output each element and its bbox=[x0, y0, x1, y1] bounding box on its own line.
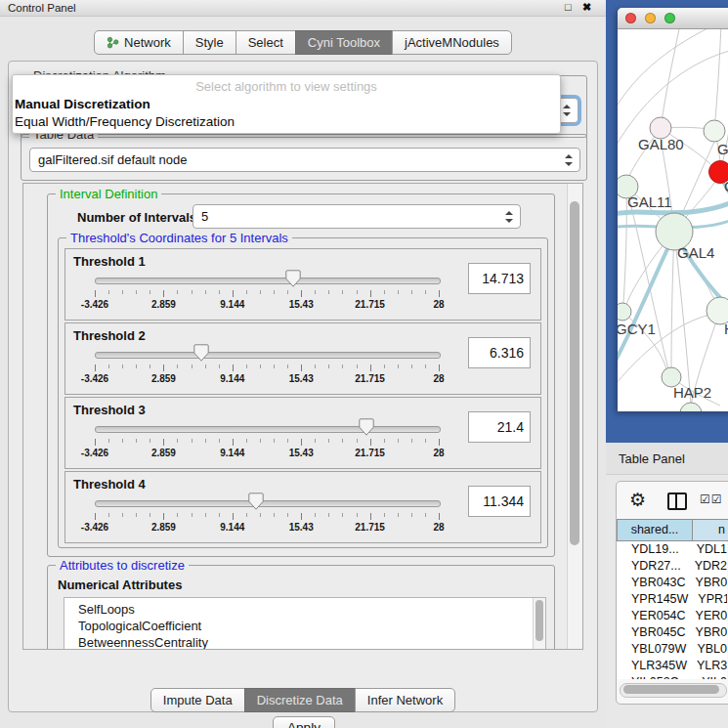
cell-name: YIL0 bbox=[692, 674, 727, 679]
cyni-toolbox-panel: Discretization Algorithm Table Data galF… bbox=[8, 61, 598, 712]
tab-discretize-data[interactable]: Discretize Data bbox=[244, 688, 356, 712]
attribute-item[interactable]: TopologicalCoefficient bbox=[64, 618, 545, 634]
threshold-value-input[interactable] bbox=[468, 486, 531, 517]
split-panel-icon[interactable] bbox=[667, 492, 687, 510]
tab-jactivemnodules[interactable]: jActiveMNodules bbox=[392, 30, 512, 55]
threshold-row: Threshold 1 -3.4262.8599.14415.4321.7152… bbox=[64, 248, 541, 321]
slider-ticks bbox=[95, 364, 439, 372]
float-window-icon[interactable]: □ bbox=[565, 1, 572, 13]
table-row[interactable]: YIL052CYIL0 bbox=[618, 674, 727, 679]
column-header-name[interactable]: n bbox=[692, 519, 728, 541]
node-label: H bbox=[724, 321, 728, 337]
dropdown-option-manual-discretization[interactable]: Manual Discretization bbox=[13, 96, 560, 113]
threshold-rows: Threshold 1 -3.4262.8599.14415.4321.7152… bbox=[64, 248, 541, 545]
tab-style[interactable]: Style bbox=[183, 30, 236, 55]
slider-ticks bbox=[95, 290, 439, 298]
scrollbar-thumb[interactable] bbox=[535, 600, 543, 641]
slider-thumb[interactable] bbox=[248, 492, 264, 510]
tab-label: Discretize Data bbox=[257, 689, 343, 711]
table-data-combobox[interactable]: galFiltered.sif default node bbox=[29, 148, 580, 172]
settings-scrollbar[interactable] bbox=[567, 184, 582, 649]
tab-impute-data[interactable]: Impute Data bbox=[150, 688, 245, 712]
threshold-coordinates-group: Threshold's Coordinates for 5 Intervals … bbox=[58, 237, 548, 548]
slider-thumb[interactable] bbox=[359, 418, 374, 436]
slider-track[interactable] bbox=[95, 278, 441, 284]
slider-ticks bbox=[95, 439, 439, 447]
cell-shared-name: YBR045C bbox=[618, 624, 686, 641]
table-panel-header: Table Panel bbox=[606, 443, 728, 475]
tab-label: Network bbox=[124, 31, 171, 54]
attributes-list[interactable]: SelfLoopsTopologicalCoefficientBetweenne… bbox=[64, 597, 546, 650]
network-node[interactable] bbox=[704, 120, 725, 142]
node-label: GAL80 bbox=[638, 136, 684, 152]
spinner-arrows-icon bbox=[565, 154, 573, 166]
horizontal-scrollbar[interactable] bbox=[620, 683, 727, 698]
slider-thumb[interactable] bbox=[285, 270, 301, 287]
table-row[interactable]: YER054CYER0 bbox=[618, 608, 727, 624]
threshold-row: Threshold 4 -3.4262.8599.14415.4321.7152… bbox=[64, 471, 541, 543]
node-label: G bbox=[717, 141, 728, 157]
cell-shared-name: YBR043C bbox=[618, 575, 686, 591]
table-row[interactable]: YBL079WYBL0 bbox=[618, 641, 727, 658]
tab-select[interactable]: Select bbox=[236, 30, 296, 55]
control-panel-titlebar: Control Panel bbox=[0, 0, 606, 17]
column-header-shared[interactable]: shared... bbox=[617, 519, 693, 541]
zoom-traffic-light[interactable] bbox=[664, 13, 675, 23]
table-row[interactable]: YPR145WYPR1 bbox=[618, 591, 727, 608]
close-traffic-light[interactable] bbox=[625, 13, 636, 23]
tab-cyni-toolbox[interactable]: Cyni Toolbox bbox=[295, 30, 393, 55]
slider-thumb[interactable] bbox=[193, 344, 209, 362]
cell-name: YBR0 bbox=[686, 624, 727, 641]
network-canvas[interactable]: GAL80GCGAL11GAL4GCY1HHAP2 bbox=[618, 29, 728, 411]
node-label: GAL11 bbox=[627, 193, 672, 210]
tab-infer-network[interactable]: Infer Network bbox=[355, 688, 455, 712]
network-graph: GAL80GCGAL11GAL4GCY1HHAP2 bbox=[618, 29, 728, 411]
tab-label: Impute Data bbox=[163, 689, 233, 711]
table-row[interactable]: YDR27...YDR2 bbox=[618, 558, 727, 575]
network-node[interactable] bbox=[618, 303, 631, 321]
minimize-traffic-light[interactable] bbox=[645, 13, 656, 23]
threshold-value-input[interactable] bbox=[468, 337, 531, 368]
table-row[interactable]: YLR345WYLR3 bbox=[618, 658, 727, 674]
attribute-item[interactable]: SelfLoops bbox=[64, 601, 545, 618]
attributes-group: Attributes to discretize Numerical Attri… bbox=[47, 565, 555, 650]
scrollbar-thumb[interactable] bbox=[623, 685, 719, 694]
cell-name: YDR2 bbox=[685, 558, 727, 575]
table-row[interactable]: YBR043CYBR0 bbox=[618, 575, 727, 591]
threshold-row: Threshold 2 -3.4262.8599.14415.4321.7152… bbox=[64, 322, 541, 395]
network-window-titlebar[interactable] bbox=[618, 8, 728, 29]
apply-button[interactable]: Apply bbox=[273, 716, 335, 728]
table-panel-title: Table Panel bbox=[619, 451, 685, 466]
cell-shared-name: YIL052C bbox=[618, 674, 692, 679]
interval-definition-group: Interval Definition Number of Intervals … bbox=[47, 193, 555, 557]
attributes-scrollbar[interactable] bbox=[533, 598, 545, 650]
network-node[interactable] bbox=[680, 403, 702, 411]
bottom-tab-bar: Impute Data Discretize Data Infer Networ… bbox=[0, 688, 606, 712]
checkbox-columns-icon[interactable]: ☑☑ bbox=[700, 492, 723, 506]
number-of-intervals-combobox[interactable]: 5 bbox=[193, 204, 521, 229]
scrollbar-thumb[interactable] bbox=[570, 201, 579, 545]
table-card: ⚙ ☑☑ shared... n YDL19...YDL1YDR27...YDR… bbox=[616, 481, 728, 705]
tab-label: Style bbox=[195, 31, 224, 54]
tab-network[interactable]: Network bbox=[94, 30, 184, 55]
slider-track[interactable] bbox=[95, 352, 441, 359]
network-view-window: GAL80GCGAL11GAL4GCY1HHAP2 bbox=[618, 8, 728, 411]
cell-name: YBL0 bbox=[687, 641, 727, 658]
table-row[interactable]: YBR045CYBR0 bbox=[618, 624, 727, 641]
node-label: HAP2 bbox=[673, 384, 711, 401]
attribute-item[interactable]: BetweennessCentrality bbox=[64, 634, 545, 650]
cell-name: YDL1 bbox=[687, 541, 727, 558]
threshold-value-input[interactable] bbox=[468, 411, 531, 443]
dropdown-option-equal-width-frequency[interactable]: Equal Width/Frequency Discretization bbox=[13, 113, 560, 131]
threshold-value-input[interactable] bbox=[468, 263, 531, 294]
slider-track[interactable] bbox=[95, 500, 441, 507]
spinner-arrows-icon bbox=[563, 105, 571, 116]
gear-icon[interactable]: ⚙ bbox=[629, 489, 646, 511]
slider-track[interactable] bbox=[95, 426, 441, 433]
close-icon[interactable]: ✖ bbox=[582, 1, 591, 14]
table-row[interactable]: YDL19...YDL1 bbox=[618, 541, 727, 558]
node-label: GAL4 bbox=[677, 244, 714, 261]
network-icon bbox=[107, 36, 119, 49]
slider-scale-labels: -3.4262.8599.14415.4321.71528 bbox=[95, 448, 439, 459]
cell-shared-name: YDR27... bbox=[618, 558, 685, 575]
